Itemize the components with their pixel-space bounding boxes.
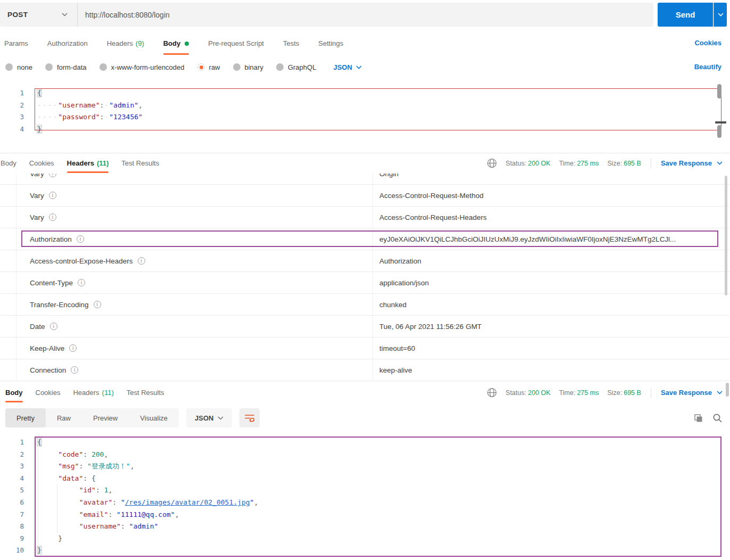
- request-editor-scrollbar-thumb-2[interactable]: [717, 125, 721, 138]
- request-tab-body[interactable]: Body: [163, 32, 189, 55]
- status-label: Status:: [505, 160, 526, 167]
- body-mode-graphql[interactable]: GraphQL: [276, 63, 316, 71]
- view-mode-raw[interactable]: Raw: [46, 408, 82, 427]
- url-input[interactable]: http://localhost:8080/login: [78, 10, 170, 20]
- vertical-divider: [651, 158, 651, 169]
- status-value: 200 OK: [528, 160, 550, 167]
- request-tab-settings[interactable]: Settings: [318, 32, 343, 55]
- body-mode-form-data[interactable]: form-data: [45, 63, 87, 71]
- chevron-down-icon[interactable]: [717, 391, 723, 394]
- body-pane-tab-body[interactable]: Body: [5, 383, 23, 402]
- response-body-viewer[interactable]: 1{2 "code": 200,3 "msg": "登录成功！",4 "data…: [0, 431, 730, 560]
- save-response-button[interactable]: Save Response: [661, 159, 712, 167]
- header-key-cell: Content-Typei: [0, 279, 372, 287]
- avatar-link[interactable]: /res/images/avatar/02_0051.jpg: [125, 498, 250, 506]
- radio-raw-icon: [197, 63, 205, 71]
- header-row: DateiTue, 06 Apr 2021 11:56:26 GMT: [0, 316, 730, 337]
- time-value: 275 ms: [577, 389, 599, 397]
- code-token: :: [121, 522, 129, 530]
- cookies-link[interactable]: Cookies: [694, 39, 721, 47]
- body-mode-none[interactable]: none: [5, 63, 32, 71]
- search-icon[interactable]: [712, 413, 723, 423]
- radio-none-icon: [5, 63, 13, 71]
- info-icon[interactable]: i: [78, 279, 85, 286]
- pane-resize-handle[interactable]: [715, 121, 726, 123]
- code-token: "password": [58, 113, 99, 121]
- code-token: [37, 510, 79, 518]
- wrap-text-button[interactable]: [239, 408, 260, 427]
- modified-dot: [185, 42, 189, 46]
- request-tab-tests[interactable]: Tests: [283, 32, 299, 55]
- code-token: ,: [138, 101, 143, 109]
- body-mode-x-www-form-urlencoded[interactable]: x-www-form-urlencoded: [99, 63, 185, 71]
- view-mode-visualize[interactable]: Visualize: [129, 408, 179, 427]
- raw-language-select[interactable]: JSON: [333, 63, 361, 71]
- info-icon[interactable]: i: [69, 344, 77, 352]
- headers-pane-tab-body[interactable]: Body: [1, 153, 16, 173]
- request-tab-pre-request-script[interactable]: Pre-request Script: [208, 32, 264, 55]
- tab-count-badge: (11): [97, 159, 109, 167]
- code-token: "email": [79, 510, 109, 518]
- info-icon[interactable]: i: [77, 235, 84, 243]
- method-selector[interactable]: POST: [0, 3, 78, 27]
- request-tab-authorization[interactable]: Authorization: [47, 32, 88, 55]
- code-content: ····"username":·"admin",: [24, 100, 143, 112]
- view-mode-pretty[interactable]: Pretty: [5, 408, 46, 427]
- info-icon[interactable]: i: [138, 257, 145, 265]
- headers-scrollbar-thumb[interactable]: [725, 176, 727, 295]
- code-line: 4}: [0, 123, 730, 136]
- info-icon[interactable]: i: [50, 323, 57, 330]
- request-editor-scrollbar-thumb[interactable]: [717, 84, 721, 98]
- tab-label: Headers: [67, 159, 94, 167]
- send-button[interactable]: Send: [658, 3, 713, 27]
- code-content: {: [24, 87, 42, 100]
- line-number: 3: [0, 460, 24, 473]
- header-value-cell: Access-Control-Request-Headers: [372, 213, 730, 221]
- header-key-cell: Authorizationi: [0, 235, 372, 243]
- request-url-bar: POST http://localhost:8080/login: [0, 3, 653, 27]
- info-icon[interactable]: i: [71, 366, 78, 374]
- code-line: 3····"password":·"123456": [0, 111, 730, 123]
- code-token: : {: [83, 474, 95, 482]
- request-tab-headers[interactable]: Headers(9): [107, 32, 144, 55]
- code-token: ,: [175, 510, 179, 518]
- copy-icon[interactable]: [693, 413, 703, 423]
- headers-pane-tab-cookies[interactable]: Cookies: [29, 153, 54, 173]
- headers-pane-tab-test-results[interactable]: Test Results: [121, 153, 159, 173]
- body-mode-raw[interactable]: raw: [197, 63, 220, 71]
- info-icon[interactable]: i: [94, 301, 101, 308]
- status-label: Status:: [505, 389, 526, 397]
- header-value-cell: timeout=60: [372, 344, 730, 352]
- globe-icon[interactable]: [487, 388, 497, 398]
- body-pane-tab-test-results[interactable]: Test Results: [127, 383, 164, 402]
- body-pane-scrollbar-thumb[interactable]: [726, 383, 729, 397]
- request-tab-params[interactable]: Params: [4, 32, 28, 55]
- send-options-button[interactable]: [714, 3, 727, 27]
- body-pane-tab-headers[interactable]: Headers(11): [73, 383, 113, 402]
- time-label: Time:: [559, 160, 576, 167]
- code-token: [37, 522, 79, 530]
- save-response-button[interactable]: Save Response: [661, 389, 712, 397]
- code-content: "id": 1,: [24, 484, 112, 497]
- info-icon[interactable]: i: [49, 213, 56, 221]
- info-icon[interactable]: i: [49, 174, 56, 177]
- body-mode-binary[interactable]: binary: [233, 63, 263, 71]
- code-token: [37, 498, 79, 506]
- response-language-select[interactable]: JSON: [186, 408, 232, 427]
- code-content: "email": "11111@qq.com",: [24, 509, 179, 521]
- view-mode-preview[interactable]: Preview: [82, 408, 129, 427]
- globe-icon[interactable]: [487, 158, 497, 168]
- info-icon[interactable]: i: [49, 192, 56, 199]
- code-content: "code": 200,: [24, 449, 108, 461]
- body-pane-tab-cookies[interactable]: Cookies: [36, 383, 61, 402]
- headers-pane-tab-headers[interactable]: Headers(11): [67, 153, 109, 173]
- beautify-link[interactable]: Beautify: [694, 63, 721, 71]
- body-mode-label: raw: [209, 63, 220, 71]
- chevron-down-icon[interactable]: [717, 161, 723, 165]
- tab-label: Body: [163, 39, 181, 47]
- request-body-editor[interactable]: 1{2····"username":·"admin",3····"passwor…: [0, 81, 730, 153]
- code-token: "123456": [109, 113, 143, 121]
- header-value-cell: Origin: [372, 174, 730, 178]
- header-row: Connectionikeep-alive: [0, 359, 730, 381]
- header-key-cell: Varyi: [0, 174, 372, 178]
